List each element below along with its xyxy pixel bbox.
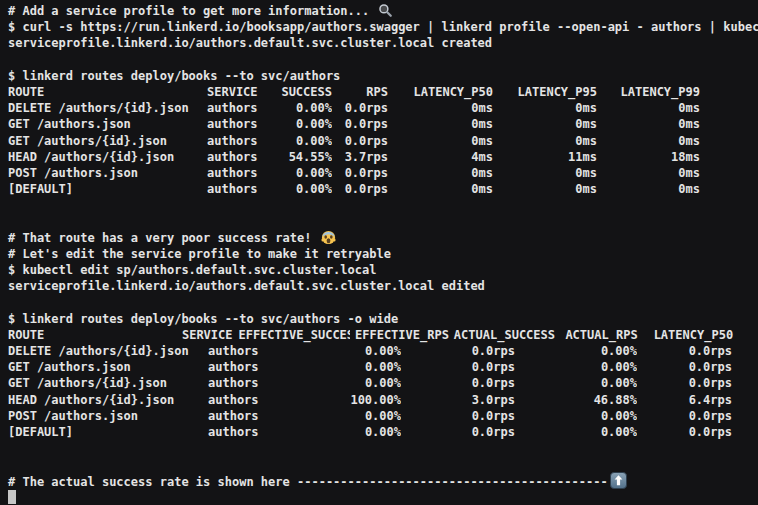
comment-edit-service-profile: # Let's edit the service profile to make… — [8, 246, 758, 262]
cell-actual-success: 0.00% — [515, 424, 637, 440]
cell-service: authors — [207, 165, 272, 181]
cell-latency-p99: 0ms — [597, 165, 700, 181]
cell-effective-rps: 3.0rps — [401, 392, 515, 408]
cell-service: authors — [207, 116, 272, 132]
cell-latency-p50: 0ms — [388, 116, 493, 132]
cell-actual-rps: 0.0rps — [637, 424, 732, 440]
cell-actual-success: 0.00% — [515, 408, 637, 424]
cell-effective-rps: 0.0rps — [401, 375, 515, 391]
column-header-actual-rps: ACTUAL_RPS — [555, 327, 638, 343]
cell-effective-success: 0.00% — [273, 424, 401, 440]
cell-service: authors — [208, 343, 273, 359]
cell-effective-success: 0.00% — [273, 375, 401, 391]
cell-service: authors — [208, 424, 273, 440]
column-header-route: ROUTE — [8, 84, 207, 100]
command-kubectl-edit: $ kubectl edit sp/authors.default.svc.cl… — [8, 262, 758, 278]
cell-latency-p95: 0ms — [493, 165, 597, 181]
cell-latency-p50: 0ms — [388, 181, 493, 197]
cell-latency-p50: 0ms — [388, 100, 493, 116]
cell-service: authors — [208, 408, 273, 424]
blank-line — [8, 52, 758, 68]
cell-effective-rps: 0.0rps — [401, 424, 515, 440]
cell-service: authors — [207, 181, 272, 197]
blank-line — [8, 294, 758, 310]
cell-success: 0.00% — [272, 100, 332, 116]
column-header-latency-p99: LATENCY_P99 — [597, 84, 700, 100]
comment-text: # The actual success rate is shown here — [8, 475, 297, 489]
cell-actual-success: 0.00% — [515, 343, 637, 359]
column-header-latency-p95: LATENCY_P95 — [493, 84, 597, 100]
column-header-effective-success: EFFECTIVE_SUCCESS — [238, 327, 349, 343]
cell-effective-success: 0.00% — [273, 408, 401, 424]
column-header-service: SERVICE — [182, 327, 239, 343]
terminal-window[interactable]: # Add a service profile to get more info… — [0, 0, 758, 505]
column-header-rps: RPS — [332, 84, 388, 100]
cell-latency-p99: 18ms — [597, 149, 700, 165]
output-serviceprofile-created: serviceprofile.linkerd.io/authors.defaul… — [8, 35, 758, 51]
cell-latency-p99: 0ms — [597, 116, 700, 132]
cell-actual-success: 0.00% — [515, 359, 637, 375]
table-row: POST /authors.jsonauthors0.00%0.0rps0.00… — [8, 408, 758, 424]
cell-latency-p95: 0ms — [493, 181, 597, 197]
cell-latency-p99: 0ms — [597, 133, 700, 149]
cell-latency-p95: 0ms — [493, 133, 597, 149]
cell-success: 0.00% — [272, 181, 332, 197]
column-header-effective-rps: EFFECTIVE_RPS — [350, 327, 449, 343]
cell-effective-success: 100.00% — [273, 392, 401, 408]
command-curl-linkerd-profile: $ curl -s https://run.linkerd.io/booksap… — [8, 19, 758, 35]
cell-effective-rps: 0.0rps — [401, 408, 515, 424]
wide-table-header: ROUTE SERVICE EFFECTIVE_SUCCESS EFFECTIV… — [8, 327, 758, 343]
cell-latency-p50: 0ms — [388, 165, 493, 181]
column-header-route: ROUTE — [8, 327, 182, 343]
cell-service: authors — [208, 375, 273, 391]
output-serviceprofile-edited: serviceprofile.linkerd.io/authors.defaul… — [8, 278, 758, 294]
blank-line — [8, 456, 758, 472]
cell-latency-p99: 0ms — [597, 100, 700, 116]
column-header-latency-p50: LATENCY_P50 — [388, 84, 493, 100]
cell-rps: 3.7rps — [332, 149, 388, 165]
cell-route: HEAD /authors/{id}.json — [8, 149, 207, 165]
up-arrow-emoji-icon — [610, 472, 627, 493]
cell-effective-success: 0.00% — [273, 343, 401, 359]
column-header-latency-p50-clipped: LATENCY_P50 — [638, 327, 758, 343]
cell-rps: 0.0rps — [332, 133, 388, 149]
cell-actual-success: 46.88% — [515, 392, 637, 408]
table-row: HEAD /authors/{id}.jsonauthors54.55%3.7r… — [8, 149, 758, 165]
table-row: GET /authors/{id}.jsonauthors0.00%0.0rps… — [8, 375, 758, 391]
comment-text: # Add a service profile to get more info… — [8, 4, 376, 18]
cell-latency-p50: 0ms — [388, 133, 493, 149]
routes-table-header: ROUTE SERVICE SUCCESS RPS LATENCY_P50 LA… — [8, 84, 758, 100]
cell-effective-rps: 0.0rps — [401, 359, 515, 375]
column-header-service: SERVICE — [207, 84, 272, 100]
comment-text: # That route has a very poor success rat… — [8, 231, 319, 245]
column-header-actual-success: ACTUAL_SUCCESS — [449, 327, 555, 343]
cell-service: authors — [207, 149, 272, 165]
comment-actual-success-pointer: # The actual success rate is shown here … — [8, 472, 758, 488]
table-row: GET /authors.jsonauthors0.00%0.0rps0.00%… — [8, 359, 758, 375]
blank-line — [8, 440, 758, 456]
table-row: HEAD /authors/{id}.jsonauthors100.00%3.0… — [8, 392, 758, 408]
cell-actual-success: 0.00% — [515, 375, 637, 391]
cell-rps: 0.0rps — [332, 100, 388, 116]
cell-service: authors — [208, 359, 273, 375]
command-linkerd-routes-wide: $ linkerd routes deploy/books --to svc/a… — [8, 311, 758, 327]
cell-service: authors — [207, 133, 272, 149]
cell-latency-p95: 0ms — [493, 100, 597, 116]
cell-route: [DEFAULT] — [8, 181, 207, 197]
table-row: POST /authors.jsonauthors0.00%0.0rps0ms0… — [8, 165, 758, 181]
cell-route: POST /authors.json — [8, 165, 207, 181]
cell-actual-rps: 0.0rps — [637, 375, 732, 391]
cell-success: 0.00% — [272, 165, 332, 181]
cell-actual-rps: 0.0rps — [637, 359, 732, 375]
cell-latency-p99: 0ms — [597, 181, 700, 197]
table-row: DELETE /authors/{id}.jsonauthors0.00%0.0… — [8, 100, 758, 116]
table-row: [DEFAULT]authors0.00%0.0rps0.00%0.0rps — [8, 424, 758, 440]
cell-success: 0.00% — [272, 133, 332, 149]
column-header-success: SUCCESS — [272, 84, 332, 100]
cell-route: DELETE /authors/{id}.json — [8, 100, 207, 116]
cell-actual-rps: 0.0rps — [637, 408, 732, 424]
cell-route: GET /authors/{id}.json — [8, 133, 207, 149]
cell-effective-success: 0.00% — [273, 359, 401, 375]
cell-success: 0.00% — [272, 116, 332, 132]
prompt-line — [8, 489, 758, 505]
